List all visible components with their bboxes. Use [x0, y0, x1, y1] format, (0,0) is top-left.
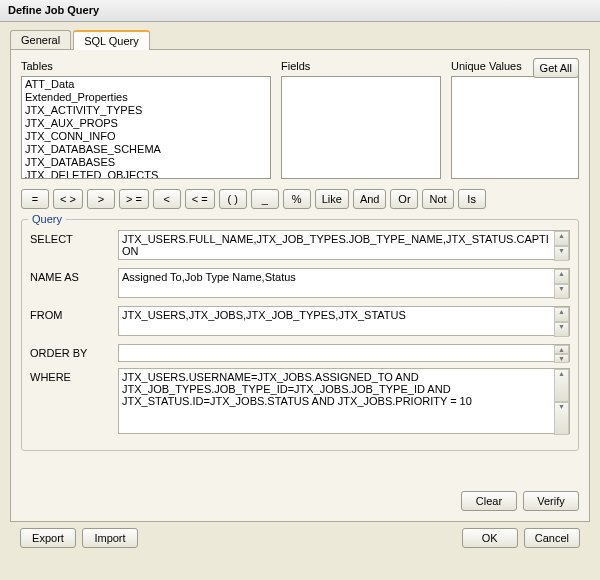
- list-item[interactable]: JTX_CONN_INFO: [23, 130, 269, 143]
- tab-general-label: General: [21, 34, 60, 46]
- tab-sql-label: SQL Query: [84, 35, 139, 47]
- from-row: FROM ▲ ▼: [30, 306, 570, 338]
- list-item[interactable]: JTX_AUX_PROPS: [23, 117, 269, 130]
- op-percent-button[interactable]: %: [283, 189, 311, 209]
- fields-label: Fields: [281, 60, 441, 74]
- op-neq-button[interactable]: < >: [53, 189, 83, 209]
- list-item[interactable]: JTX_DATABASE_SCHEMA: [23, 143, 269, 156]
- down-arrow-icon[interactable]: ▼: [554, 322, 569, 337]
- op-or-button[interactable]: Or: [390, 189, 418, 209]
- tables-listbox[interactable]: ATT_Data Extended_Properties JTX_ACTIVIT…: [21, 76, 271, 179]
- tab-sql-query[interactable]: SQL Query: [73, 30, 150, 50]
- orderby-spin: ▲ ▼: [554, 345, 569, 361]
- window-title: Define Job Query: [8, 4, 99, 16]
- verify-button[interactable]: Verify: [523, 491, 579, 511]
- list-item[interactable]: JTX_ACTIVITY_TYPES: [23, 104, 269, 117]
- clear-button[interactable]: Clear: [461, 491, 517, 511]
- list-item[interactable]: JTX_DELETED_OBJECTS: [23, 169, 269, 179]
- op-like-button[interactable]: Like: [315, 189, 349, 209]
- ok-button[interactable]: OK: [462, 528, 518, 548]
- content: General SQL Query Tables ATT_Data Extend…: [0, 22, 600, 552]
- footer: Export Import OK Cancel: [10, 522, 590, 548]
- where-row: WHERE ▲ ▼: [30, 368, 570, 436]
- export-button[interactable]: Export: [20, 528, 76, 548]
- from-spin: ▲ ▼: [554, 307, 569, 337]
- fields-listbox[interactable]: [281, 76, 441, 179]
- down-arrow-icon[interactable]: ▼: [554, 354, 569, 363]
- from-label: FROM: [30, 306, 118, 321]
- op-not-button[interactable]: Not: [422, 189, 453, 209]
- nameas-spin: ▲ ▼: [554, 269, 569, 299]
- where-spin: ▲ ▼: [554, 369, 569, 435]
- nameas-row: NAME AS ▲ ▼: [30, 268, 570, 300]
- where-input[interactable]: [118, 368, 570, 434]
- op-gt-button[interactable]: >: [87, 189, 115, 209]
- query-group-title: Query: [28, 213, 66, 225]
- nameas-input[interactable]: [118, 268, 570, 298]
- list-item[interactable]: ATT_Data: [23, 78, 269, 91]
- list-item[interactable]: JTX_DATABASES: [23, 156, 269, 169]
- op-paren-button[interactable]: ( ): [219, 189, 247, 209]
- from-input[interactable]: [118, 306, 570, 336]
- select-label: SELECT: [30, 230, 118, 245]
- cancel-button[interactable]: Cancel: [524, 528, 580, 548]
- top-columns: Tables ATT_Data Extended_Properties JTX_…: [21, 60, 579, 179]
- orderby-input[interactable]: [118, 344, 570, 362]
- unique-column: Unique Values Get All: [451, 60, 579, 179]
- footer-right: OK Cancel: [462, 528, 580, 548]
- tab-panel: Tables ATT_Data Extended_Properties JTX_…: [10, 50, 590, 522]
- nameas-label: NAME AS: [30, 268, 118, 283]
- tabstrip: General SQL Query: [10, 28, 590, 50]
- tables-label: Tables: [21, 60, 271, 74]
- op-lt-button[interactable]: <: [153, 189, 181, 209]
- select-input[interactable]: [118, 230, 570, 260]
- down-arrow-icon[interactable]: ▼: [554, 402, 569, 435]
- op-lte-button[interactable]: < =: [185, 189, 215, 209]
- up-arrow-icon[interactable]: ▲: [554, 345, 569, 354]
- select-row: SELECT ▲ ▼: [30, 230, 570, 262]
- down-arrow-icon[interactable]: ▼: [554, 246, 569, 261]
- up-arrow-icon[interactable]: ▲: [554, 369, 569, 402]
- list-item[interactable]: Extended_Properties: [23, 91, 269, 104]
- query-groupbox: Query SELECT ▲ ▼ NAME AS ▲ ▼: [21, 219, 579, 451]
- orderby-label: ORDER BY: [30, 344, 118, 359]
- down-arrow-icon[interactable]: ▼: [554, 284, 569, 299]
- op-underscore-button[interactable]: _: [251, 189, 279, 209]
- up-arrow-icon[interactable]: ▲: [554, 231, 569, 246]
- select-spin: ▲ ▼: [554, 231, 569, 261]
- fields-column: Fields: [281, 60, 441, 179]
- import-button[interactable]: Import: [82, 528, 138, 548]
- panel-buttons: Clear Verify: [461, 491, 579, 511]
- op-eq-button[interactable]: =: [21, 189, 49, 209]
- tables-column: Tables ATT_Data Extended_Properties JTX_…: [21, 60, 271, 179]
- op-gte-button[interactable]: > =: [119, 189, 149, 209]
- up-arrow-icon[interactable]: ▲: [554, 269, 569, 284]
- op-is-button[interactable]: Is: [458, 189, 486, 209]
- orderby-row: ORDER BY ▲ ▼: [30, 344, 570, 362]
- unique-listbox[interactable]: [451, 76, 579, 179]
- operator-row: = < > > > = < < = ( ) _ % Like And Or No…: [21, 189, 579, 209]
- up-arrow-icon[interactable]: ▲: [554, 307, 569, 322]
- window-titlebar: Define Job Query: [0, 0, 600, 22]
- where-label: WHERE: [30, 368, 118, 383]
- get-all-button[interactable]: Get All: [533, 58, 579, 78]
- tab-general[interactable]: General: [10, 30, 71, 49]
- footer-left: Export Import: [20, 528, 138, 548]
- op-and-button[interactable]: And: [353, 189, 387, 209]
